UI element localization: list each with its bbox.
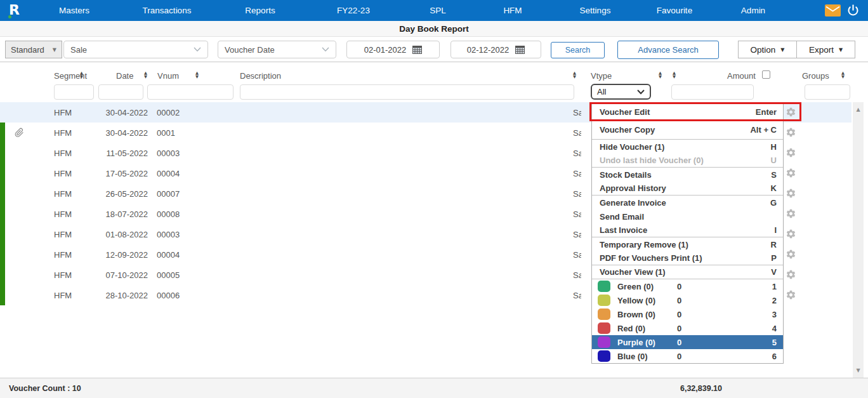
search-button[interactable]: Search — [551, 42, 605, 58]
color-swatch-icon — [598, 350, 610, 362]
menu-item-pdf-for-vouchers-print-1-[interactable]: PDF for Vouchers Print (1)P — [592, 251, 783, 265]
menu-color-item-red-0-[interactable]: Red (0)04 — [592, 321, 783, 335]
segment-filter-input[interactable] — [54, 84, 94, 100]
gear-icon[interactable] — [786, 289, 796, 300]
date-type-select[interactable]: Voucher Date — [218, 41, 336, 58]
cell-date: 07-10-2022 — [98, 270, 148, 280]
gear-icon[interactable] — [786, 168, 796, 178]
cell-date: 30-04-2022 — [98, 128, 148, 138]
export-label: Export — [809, 45, 834, 55]
amount-filter-input[interactable] — [671, 84, 754, 100]
menu-item-send-email[interactable]: Send Email — [592, 209, 783, 223]
nav-item-masters[interactable]: Masters — [59, 0, 89, 21]
cell-segment: HFM — [54, 189, 72, 199]
from-date-input[interactable]: 02-01-2022 — [346, 41, 440, 58]
column-header-date[interactable]: Date — [116, 71, 133, 81]
cell-date: 01-08-2022 — [98, 230, 148, 239]
to-date-input[interactable]: 02-12-2022 — [450, 41, 541, 58]
cell-segment: HFM — [54, 209, 72, 219]
vnum-filter-input[interactable] — [147, 84, 233, 100]
menu-item-voucher-copy[interactable]: Voucher CopyAlt + C — [592, 121, 783, 140]
menu-item-shortcut: S — [751, 170, 777, 180]
amount-checkbox[interactable] — [762, 70, 770, 79]
cell-segment: HFM — [54, 230, 72, 239]
menu-item-undo-last-hide-voucher-0-[interactable]: Undo last hide Voucher (0)U — [592, 154, 783, 168]
groups-filter-input[interactable] — [805, 84, 850, 100]
sort-icon[interactable]: ▲▼ — [841, 72, 845, 79]
menu-item-last-invoice[interactable]: Last InvoiceI — [592, 223, 783, 237]
nav-item-admin[interactable]: Admin — [741, 0, 765, 21]
gear-icon[interactable] — [786, 208, 796, 219]
nav-item-hfm[interactable]: HFM — [503, 0, 522, 21]
scroll-up-icon[interactable]: ▲ — [853, 107, 864, 112]
color-count: 0 — [677, 338, 772, 347]
color-shortcut-key: 5 — [772, 338, 777, 347]
gear-icon[interactable] — [786, 229, 796, 239]
menu-item-stock-details[interactable]: Stock DetailsS — [592, 168, 783, 182]
menu-item-temporary-remove-1-[interactable]: Temporary Remove (1)R — [592, 237, 783, 251]
menu-color-item-brown-0-[interactable]: Brown (0)03 — [592, 307, 783, 321]
cell-segment: HFM — [54, 149, 72, 158]
cell-vtype: Sale — [573, 250, 581, 260]
sort-icon[interactable]: ▲▼ — [195, 72, 199, 79]
gear-icon[interactable] — [786, 249, 796, 260]
layout-dropdown[interactable]: Standard ▼ — [5, 41, 62, 58]
menu-item-label: Voucher Copy — [600, 125, 655, 135]
nav-item-settings[interactable]: Settings — [580, 0, 611, 21]
menu-item-shortcut: P — [751, 253, 777, 263]
column-header-groups[interactable]: Groups — [802, 71, 829, 81]
sort-icon[interactable]: ▲▼ — [144, 72, 147, 79]
status-bar: Voucher Count : 10 6,32,839.10 — [0, 378, 868, 398]
menu-item-generate-invoice[interactable]: Generate InvoiceG — [592, 196, 783, 209]
menu-item-voucher-edit[interactable]: Voucher EditEnter — [592, 104, 783, 121]
gear-icon[interactable] — [786, 127, 796, 138]
menu-item-shortcut: Alt + C — [746, 126, 777, 134]
vtype-filter-select[interactable]: All — [591, 84, 651, 100]
app-logo[interactable]: R — [9, 2, 27, 19]
color-swatch-icon — [598, 295, 610, 306]
date-filter-input[interactable] — [98, 84, 143, 100]
menu-item-shortcut: G — [751, 198, 777, 208]
menu-color-item-blue-0-[interactable]: Blue (0)06 — [592, 349, 783, 363]
sort-icon[interactable]: ▲▼ — [673, 72, 676, 79]
menu-color-item-green-0-[interactable]: Green (0)01 — [592, 279, 783, 293]
menu-color-item-purple-0-[interactable]: Purple (0)05 — [592, 335, 783, 349]
gear-icon[interactable] — [786, 269, 796, 280]
sort-icon[interactable]: ▲▼ — [573, 72, 576, 79]
option-dropdown[interactable]: Option ▼ — [738, 41, 797, 58]
color-name: Blue (0) — [617, 352, 677, 361]
vertical-scrollbar[interactable]: ▲ ▼ — [853, 102, 864, 378]
menu-color-item-yellow-0-[interactable]: Yellow (0)02 — [592, 293, 783, 307]
gear-icon[interactable] — [786, 188, 796, 199]
scroll-down-icon[interactable]: ▼ — [853, 368, 864, 373]
sort-icon[interactable]: ▲▼ — [659, 72, 662, 79]
gear-icon[interactable] — [786, 107, 796, 117]
column-header-vnum[interactable]: Vnum — [157, 71, 179, 81]
description-filter-input[interactable] — [240, 84, 574, 100]
voucher-count-label: Voucher Count : 10 — [9, 384, 81, 393]
nav-item-fy22-23[interactable]: FY22-23 — [337, 0, 370, 21]
cell-vnum: 00007 — [157, 189, 180, 199]
menu-item-label: PDF for Vouchers Print (1) — [600, 253, 702, 263]
mail-icon[interactable] — [825, 4, 841, 19]
advance-search-button[interactable]: Advance Search — [617, 41, 719, 59]
cell-segment: HFM — [54, 250, 72, 260]
nav-item-transactions[interactable]: Transactions — [143, 0, 192, 21]
power-icon[interactable] — [846, 4, 860, 20]
nav-item-favourite[interactable]: Favourite — [657, 0, 692, 21]
export-dropdown[interactable]: Export ▼ — [796, 41, 855, 58]
menu-item-voucher-view-1-[interactable]: Voucher View (1)V — [592, 265, 783, 279]
menu-item-label: Approval History — [600, 183, 666, 193]
cell-date: 12-09-2022 — [98, 250, 148, 260]
gear-icon[interactable] — [786, 147, 796, 158]
nav-item-reports[interactable]: Reports — [245, 0, 275, 21]
sort-icon[interactable]: ▲▼ — [80, 72, 83, 79]
column-header-vtype[interactable]: Vtype — [591, 71, 612, 81]
cell-segment: HFM — [54, 270, 72, 280]
column-header-amount[interactable]: Amount — [727, 71, 756, 81]
report-type-select[interactable]: Sale — [63, 41, 208, 58]
menu-item-approval-history[interactable]: Approval HistoryK — [592, 182, 783, 196]
menu-item-hide-voucher-1-[interactable]: Hide Voucher (1)H — [592, 140, 783, 154]
column-header-description[interactable]: Description — [240, 71, 281, 81]
nav-item-spl[interactable]: SPL — [430, 0, 446, 21]
